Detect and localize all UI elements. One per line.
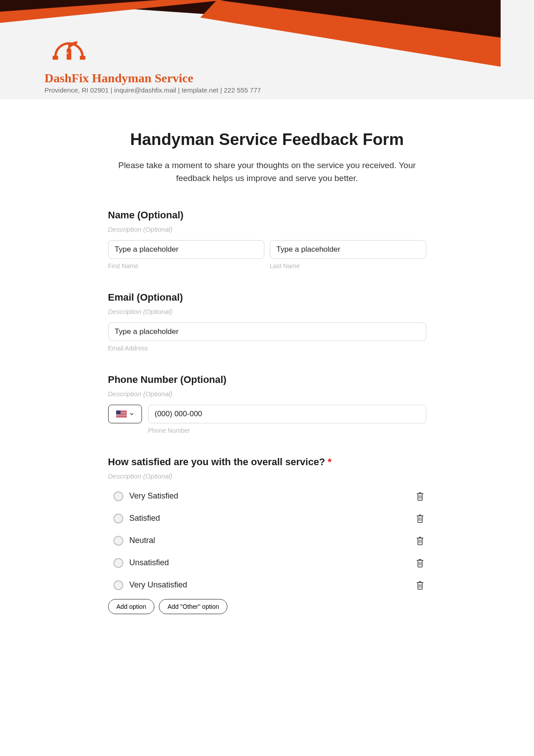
- option-label[interactable]: Unsatisfied: [129, 558, 416, 567]
- trash-icon[interactable]: [416, 491, 425, 501]
- phone-sublabel: Phone Number: [148, 427, 426, 434]
- form-title: Handyman Service Feedback Form: [108, 130, 426, 149]
- option-label[interactable]: Very Satisfied: [129, 491, 416, 501]
- last-name-sublabel: Last Name: [270, 262, 426, 269]
- radio-neutral[interactable]: [113, 536, 123, 546]
- country-code-select[interactable]: [108, 405, 142, 423]
- brand-name: DashFix Handyman Service: [44, 71, 261, 85]
- satisfaction-label: How satisfied are you with the overall s…: [108, 456, 426, 468]
- trash-icon[interactable]: [416, 514, 425, 523]
- header-banner: DashFix Handyman Service Providence, RI …: [0, 0, 534, 99]
- email-label: Email (Optional): [108, 292, 426, 303]
- field-email: Email (Optional) Description (Optional) …: [108, 292, 426, 352]
- radio-very-satisfied[interactable]: [113, 491, 123, 501]
- radio-unsatisfied[interactable]: [113, 558, 123, 568]
- trash-icon[interactable]: [416, 580, 425, 590]
- add-option-button[interactable]: Add option: [108, 599, 155, 614]
- svg-rect-5: [80, 56, 85, 60]
- us-flag-icon: [116, 410, 127, 418]
- chevron-down-icon: [129, 412, 134, 416]
- satisfaction-desc: Description (Optional): [108, 472, 426, 480]
- last-name-input[interactable]: [270, 240, 426, 259]
- svg-rect-4: [53, 56, 58, 60]
- first-name-input[interactable]: [108, 240, 265, 259]
- radio-satisfied[interactable]: [113, 514, 123, 523]
- option-row: Satisfied: [108, 509, 426, 528]
- add-other-option-button[interactable]: Add "Other" option: [159, 599, 227, 614]
- option-label[interactable]: Satisfied: [129, 514, 416, 523]
- required-mark: *: [328, 456, 332, 467]
- email-desc: Description (Optional): [108, 308, 426, 315]
- email-input[interactable]: [108, 322, 426, 341]
- field-satisfaction: How satisfied are you with the overall s…: [108, 456, 426, 614]
- email-sublabel: Email Address: [108, 345, 426, 352]
- radio-very-unsatisfied[interactable]: [113, 580, 123, 590]
- phone-desc: Description (Optional): [108, 390, 426, 398]
- option-label[interactable]: Neutral: [129, 536, 416, 545]
- svg-point-6: [66, 52, 69, 54]
- phone-input[interactable]: [148, 405, 426, 423]
- form-intro: Please take a moment to share your thoug…: [108, 159, 426, 185]
- option-label[interactable]: Very Unsatisfied: [129, 580, 416, 590]
- first-name-sublabel: First Name: [108, 262, 265, 269]
- phone-label: Phone Number (Optional): [108, 374, 426, 386]
- name-desc: Description (Optional): [108, 225, 426, 233]
- field-phone: Phone Number (Optional) Description (Opt…: [108, 374, 426, 434]
- option-row: Neutral: [108, 531, 426, 550]
- brand-subline: Providence, RI 02901 | inquire@dashfix.m…: [44, 86, 261, 94]
- brand-logo: [49, 36, 89, 67]
- trash-icon[interactable]: [416, 536, 425, 546]
- option-row: Unsatisfied: [108, 554, 426, 572]
- trash-icon[interactable]: [416, 558, 425, 568]
- name-label: Name (Optional): [108, 209, 426, 221]
- option-row: Very Satisfied: [108, 487, 426, 506]
- option-row: Very Unsatisfied: [108, 576, 426, 595]
- field-name: Name (Optional) Description (Optional) F…: [108, 209, 426, 269]
